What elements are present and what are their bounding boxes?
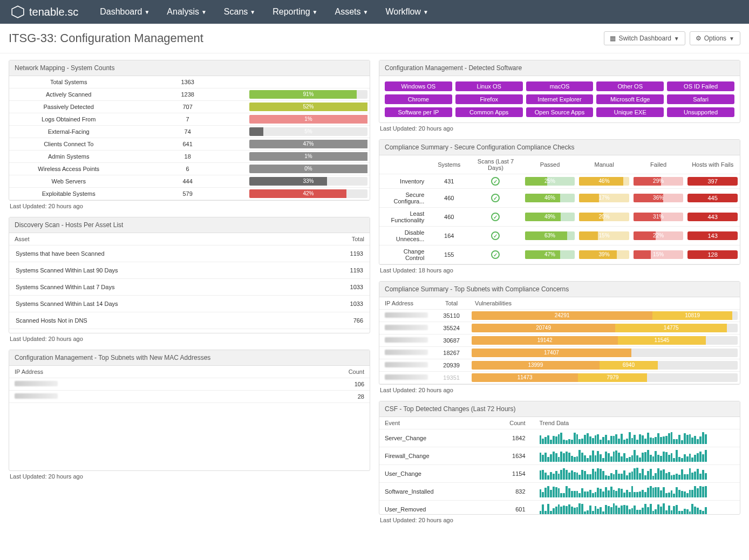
table-row[interactable]: Scanned Hosts Not in DNS766 bbox=[9, 312, 370, 329]
table-row[interactable]: Least Functionality460✓49%20%31%443 bbox=[379, 208, 740, 227]
table-row[interactable]: Disable Unneces...164✓63%15%22%143 bbox=[379, 227, 740, 245]
software-tag[interactable]: Linux OS bbox=[455, 81, 523, 91]
options-button[interactable]: ⚙ Options ▼ bbox=[690, 31, 740, 45]
check-icon: ✓ bbox=[491, 177, 500, 186]
table-row[interactable]: Secure Configura...460✓46%17%36%445 bbox=[379, 189, 740, 208]
last-updated: Last Updated: 20 hours ago bbox=[9, 471, 370, 480]
last-updated: Last Updated: 20 hours ago bbox=[379, 385, 740, 393]
nav-item-assets[interactable]: Assets ▼ bbox=[335, 7, 369, 17]
grid-icon: ▦ bbox=[610, 35, 616, 42]
hosts-badge: 445 bbox=[687, 194, 738, 202]
software-tag[interactable]: Internet Explorer bbox=[526, 94, 594, 104]
last-updated: Last Updated: 20 hours ago bbox=[379, 515, 740, 523]
brand-text: tenable.sc bbox=[29, 6, 78, 18]
hosts-badge: 397 bbox=[687, 177, 738, 186]
table-row[interactable]: 1826717407 bbox=[379, 347, 740, 359]
table-row[interactable]: Server_Change1842 bbox=[379, 429, 740, 447]
last-updated: Last Updated: 20 hours ago bbox=[379, 123, 740, 132]
panel-title: CSF - Top Detected Changes (Last 72 Hour… bbox=[379, 401, 740, 417]
table-row[interactable]: Clients Connect To64147% bbox=[9, 138, 370, 151]
table-row[interactable]: 106 bbox=[9, 378, 370, 391]
caret-down-icon: ▼ bbox=[201, 9, 207, 15]
software-tag[interactable]: Unique EXE bbox=[596, 107, 664, 117]
panel-title: Configuration Management - Detected Soft… bbox=[379, 60, 740, 76]
brand-logo[interactable]: tenable.sc bbox=[11, 5, 78, 19]
ip-redacted bbox=[385, 325, 428, 330]
table-row[interactable]: Change Control155✓47%39%15%128 bbox=[379, 245, 740, 264]
table-row[interactable]: Logs Obtained From71% bbox=[9, 113, 370, 126]
software-tag[interactable]: Chrome bbox=[385, 94, 452, 104]
table-row[interactable]: 355242074914775 bbox=[379, 322, 740, 334]
switch-dashboard-button[interactable]: ▦ Switch Dashboard ▼ bbox=[604, 31, 685, 45]
check-icon: ✓ bbox=[491, 250, 500, 259]
software-tag[interactable]: Firefox bbox=[455, 94, 523, 104]
table-row[interactable]: Systems Scanned Within Last 14 Days1033 bbox=[9, 296, 370, 312]
table-row[interactable]: 28 bbox=[9, 391, 370, 403]
table-row[interactable]: Systems with Software Inventoried in the… bbox=[9, 329, 370, 333]
top-subnets-panel: Compliance Summary - Top Subnets with Co… bbox=[379, 281, 740, 385]
table-row[interactable]: Actively Scanned123891% bbox=[9, 88, 370, 101]
panel-title: Compliance Summary - Top Subnets with Co… bbox=[379, 282, 740, 297]
table-row[interactable]: 20939139996940 bbox=[379, 359, 740, 372]
table-row[interactable]: Systems Scanned Within Last 7 Days1033 bbox=[9, 279, 370, 296]
table-row[interactable]: Software_Installed832 bbox=[379, 483, 740, 501]
table-row[interactable]: Passively Detected70752% bbox=[9, 101, 370, 113]
software-tag[interactable]: Windows OS bbox=[385, 81, 452, 91]
table-row[interactable]: 19351114737979 bbox=[379, 372, 740, 384]
tenable-hex-icon bbox=[11, 5, 25, 19]
caret-down-icon: ▼ bbox=[250, 9, 255, 15]
software-tag[interactable]: OS ID Failed bbox=[667, 81, 734, 91]
nav-item-dashboard[interactable]: Dashboard ▼ bbox=[100, 7, 149, 17]
ip-redacted bbox=[385, 337, 428, 343]
nav-item-scans[interactable]: Scans ▼ bbox=[224, 7, 255, 17]
panel-title: Compliance Summary - Secure Configuratio… bbox=[379, 140, 740, 155]
table-row[interactable]: Systems Scanned Within Last 90 Days1193 bbox=[9, 262, 370, 279]
sparkline bbox=[540, 450, 707, 462]
caret-down-icon: ▼ bbox=[423, 9, 428, 15]
gear-icon: ⚙ bbox=[696, 35, 702, 42]
table-row[interactable]: Firewall_Change1634 bbox=[379, 447, 740, 465]
table-row[interactable]: User_Removed601 bbox=[379, 501, 740, 515]
software-tag[interactable]: Safari bbox=[667, 94, 734, 104]
table-row[interactable]: External-Facing745% bbox=[9, 126, 370, 138]
software-tag[interactable]: macOS bbox=[526, 81, 594, 91]
caret-down-icon: ▼ bbox=[144, 9, 149, 15]
table-row[interactable]: Exploitable Systems57942% bbox=[9, 188, 370, 200]
ip-redacted bbox=[385, 312, 428, 318]
mac-addresses-panel: Configuration Management - Top Subnets w… bbox=[9, 350, 370, 471]
table-row[interactable]: Total Systems1363 bbox=[9, 76, 370, 88]
software-tag[interactable]: Microsoft Edge bbox=[596, 94, 664, 104]
ip-redacted bbox=[385, 350, 428, 355]
software-tag[interactable]: Open Source Apps bbox=[526, 107, 594, 117]
software-tag[interactable]: Software per IP bbox=[385, 107, 452, 117]
table-row[interactable]: Web Servers44433% bbox=[9, 175, 370, 188]
table-row[interactable]: User_Change1154 bbox=[379, 465, 740, 483]
table-row[interactable]: Wireless Access Points60% bbox=[9, 163, 370, 175]
table-row[interactable]: 306871914211545 bbox=[379, 334, 740, 347]
nav-item-analysis[interactable]: Analysis ▼ bbox=[167, 7, 206, 17]
detected-software-panel: Configuration Management - Detected Soft… bbox=[379, 60, 740, 123]
nav-item-workflow[interactable]: Workflow ▼ bbox=[385, 7, 428, 17]
hosts-badge: 143 bbox=[687, 231, 738, 240]
main-navbar: tenable.sc Dashboard ▼Analysis ▼Scans ▼R… bbox=[0, 0, 749, 24]
page-header: ITSG-33: Configuration Management ▦ Swit… bbox=[0, 24, 749, 53]
software-tag[interactable]: Other OS bbox=[596, 81, 664, 91]
software-tag[interactable]: Common Apps bbox=[455, 107, 523, 117]
discovery-scan-panel: Discovery Scan - Hosts Per Asset List As… bbox=[9, 217, 370, 333]
table-row[interactable]: Admin Systems181% bbox=[9, 151, 370, 163]
sparkline bbox=[540, 503, 707, 514]
caret-down-icon: ▼ bbox=[363, 9, 369, 15]
table-row[interactable]: Systems that have been Scanned1193 bbox=[9, 245, 370, 262]
table-row[interactable]: Inventory431✓25%46%29%397 bbox=[379, 174, 740, 189]
last-updated: Last Updated: 20 hours ago bbox=[9, 333, 370, 342]
table-row[interactable]: 351102429110819 bbox=[379, 310, 740, 322]
svg-marker-0 bbox=[12, 6, 24, 18]
software-tag[interactable]: Unsupported bbox=[667, 107, 734, 117]
nav-item-reporting[interactable]: Reporting ▼ bbox=[273, 7, 317, 17]
panel-title: Discovery Scan - Hosts Per Asset List bbox=[9, 217, 370, 233]
ip-redacted bbox=[385, 362, 428, 367]
ip-redacted bbox=[15, 393, 58, 399]
check-icon: ✓ bbox=[491, 194, 500, 202]
csf-changes-panel: CSF - Top Detected Changes (Last 72 Hour… bbox=[379, 401, 740, 515]
page-title: ITSG-33: Configuration Management bbox=[9, 31, 203, 45]
